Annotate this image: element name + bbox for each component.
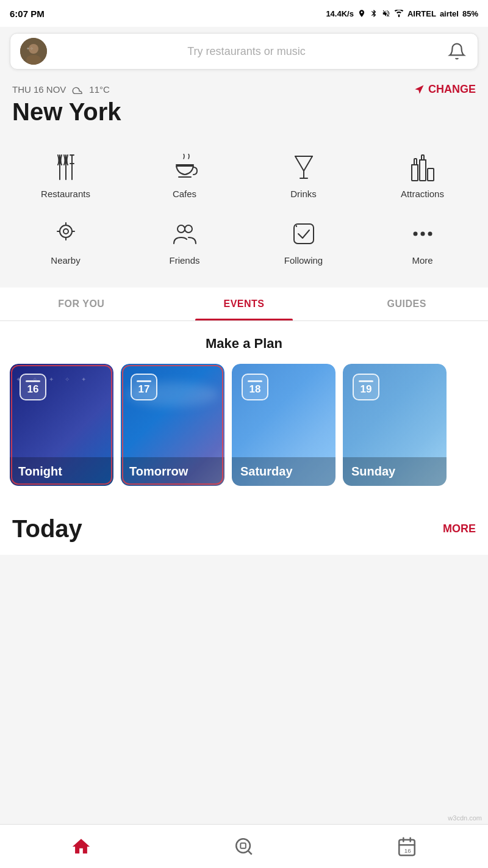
drinks-icon bbox=[289, 152, 319, 183]
svg-rect-20 bbox=[414, 159, 417, 165]
svg-point-35 bbox=[420, 232, 425, 236]
location-date: THU 16 NOV 11°C bbox=[12, 84, 110, 95]
svg-point-36 bbox=[428, 232, 432, 236]
location-meta: THU 16 NOV 11°C CHANGE bbox=[12, 83, 476, 96]
watermark: w3cdn.com bbox=[448, 814, 482, 822]
svg-marker-7 bbox=[415, 85, 423, 93]
status-time: 6:07 PM bbox=[10, 9, 45, 19]
cal-badge-tomorrow: 17 bbox=[131, 374, 157, 400]
today-more-button[interactable]: MORE bbox=[443, 523, 476, 535]
avatar-image: ✦✧ bbox=[20, 38, 47, 65]
cal-line bbox=[248, 380, 262, 382]
svg-point-24 bbox=[60, 225, 72, 237]
category-nearby[interactable]: Nearby bbox=[6, 209, 125, 275]
battery: 85% bbox=[462, 9, 478, 18]
nav-search[interactable] bbox=[220, 828, 268, 865]
search-nav-icon bbox=[234, 836, 254, 857]
restaurants-label: Restaurants bbox=[41, 189, 90, 199]
location-icon bbox=[357, 9, 366, 18]
carrier1: AIRTEL bbox=[407, 9, 436, 18]
tab-events[interactable]: EVENTS bbox=[163, 288, 326, 320]
following-label: Following bbox=[284, 255, 323, 266]
following-icon bbox=[289, 219, 319, 249]
city-name: New York bbox=[12, 98, 476, 125]
svg-rect-22 bbox=[422, 155, 424, 160]
category-friends[interactable]: Friends bbox=[125, 209, 244, 275]
nav-calendar[interactable]: 16 bbox=[382, 828, 431, 865]
location-header: THU 16 NOV 11°C CHANGE New York bbox=[0, 76, 488, 130]
cal-badge-sunday: 19 bbox=[353, 374, 379, 400]
plan-title: Make a Plan bbox=[0, 336, 488, 352]
cafes-label: Cafes bbox=[173, 189, 196, 199]
cal-line bbox=[137, 380, 151, 382]
date-card-saturday[interactable]: 18 Saturday bbox=[232, 364, 336, 486]
date-card-tomorrow[interactable]: 17 Tomorrow bbox=[121, 364, 224, 486]
svg-rect-32 bbox=[294, 224, 314, 244]
avatar-svg: ✦✧ bbox=[20, 38, 47, 65]
network-speed: 14.4K/s bbox=[326, 9, 354, 18]
card-label-tonight: Tonight bbox=[10, 457, 113, 486]
card-label-tomorrow: Tomorrow bbox=[121, 457, 224, 486]
cal-badge-saturday: 18 bbox=[242, 374, 268, 400]
svg-rect-18 bbox=[420, 160, 426, 181]
svg-line-38 bbox=[248, 850, 252, 854]
card-label-saturday: Saturday bbox=[232, 457, 336, 486]
date-cards: 16 Tonight 17 Tomorrow 18 Sa bbox=[0, 364, 488, 498]
nav-home[interactable] bbox=[57, 828, 106, 865]
category-following[interactable]: Following bbox=[244, 209, 363, 275]
tab-for-you[interactable]: FOR YOU bbox=[0, 288, 163, 320]
today-title: Today bbox=[12, 515, 82, 543]
svg-point-30 bbox=[178, 225, 185, 233]
status-center: 14.4K/s AIRTEL airtel 85% bbox=[326, 9, 478, 18]
date-card-tonight[interactable]: 16 Tonight bbox=[10, 364, 113, 486]
date-card-sunday[interactable]: 19 Sunday bbox=[343, 364, 447, 486]
search-placeholder[interactable]: Try restaurants or music bbox=[47, 45, 446, 58]
restaurants-icon bbox=[51, 152, 81, 183]
category-drinks[interactable]: Drinks bbox=[244, 142, 363, 209]
friends-label: Friends bbox=[169, 255, 199, 266]
change-label: CHANGE bbox=[428, 83, 476, 96]
category-more[interactable]: More bbox=[363, 209, 482, 275]
svg-text:✦✧: ✦✧ bbox=[26, 46, 34, 51]
category-attractions[interactable]: Attractions bbox=[363, 142, 482, 209]
weather-icon bbox=[71, 84, 84, 95]
nearby-label: Nearby bbox=[51, 255, 80, 266]
change-button[interactable]: CHANGE bbox=[414, 83, 476, 96]
plan-section: Make a Plan 16 Tonight 17 Tomorrow bbox=[0, 321, 488, 498]
svg-rect-17 bbox=[412, 165, 418, 181]
svg-point-31 bbox=[185, 225, 192, 233]
svg-point-25 bbox=[63, 229, 68, 234]
category-cafes[interactable]: Cafes bbox=[125, 142, 244, 209]
tab-bar: FOR YOU EVENTS GUIDES bbox=[0, 288, 488, 321]
category-restaurants[interactable]: Restaurants bbox=[6, 142, 125, 209]
date-text: THU 16 NOV bbox=[12, 84, 66, 95]
carrier2: airtel bbox=[440, 9, 459, 18]
svg-point-2 bbox=[26, 55, 41, 65]
calendar-nav-icon: 16 bbox=[396, 836, 417, 857]
more-label: More bbox=[412, 255, 432, 266]
bluetooth-icon bbox=[370, 9, 378, 18]
navigate-icon bbox=[414, 84, 425, 95]
svg-rect-39 bbox=[240, 843, 246, 848]
today-section: Today MORE bbox=[0, 498, 488, 555]
category-grid: Restaurants Cafes Drinks bbox=[0, 130, 488, 281]
card-label-sunday: Sunday bbox=[343, 457, 447, 486]
svg-point-34 bbox=[413, 232, 417, 236]
bell-icon[interactable] bbox=[446, 40, 468, 62]
svg-text:16: 16 bbox=[404, 847, 411, 853]
tab-guides[interactable]: GUIDES bbox=[325, 288, 488, 320]
more-dots-icon bbox=[409, 220, 436, 247]
cal-line bbox=[26, 380, 40, 382]
svg-rect-19 bbox=[428, 168, 434, 181]
more-icon bbox=[407, 219, 438, 249]
attractions-icon bbox=[407, 152, 438, 183]
nearby-icon bbox=[51, 219, 81, 249]
mute-icon bbox=[382, 9, 390, 18]
home-icon bbox=[71, 836, 92, 857]
search-bar[interactable]: ✦✧ Try restaurants or music bbox=[10, 33, 478, 70]
cal-line bbox=[359, 380, 373, 382]
wifi-icon bbox=[394, 10, 404, 17]
avatar[interactable]: ✦✧ bbox=[20, 38, 47, 65]
bottom-nav: 16 bbox=[0, 824, 488, 868]
temp-text: 11°C bbox=[89, 84, 110, 95]
